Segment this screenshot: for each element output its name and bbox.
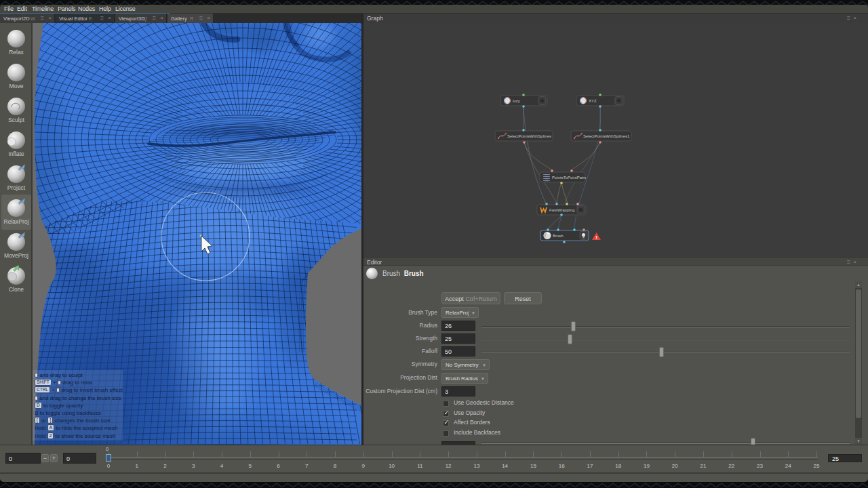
svg-text:SelectPointsWithSplines1: SelectPointsWithSplines1 <box>583 134 630 138</box>
svg-text:lucy: lucy <box>513 99 520 103</box>
svg-text:!: ! <box>595 235 597 241</box>
svg-text:Brush: Brush <box>553 234 564 238</box>
svg-text:PointsToPointPairs: PointsToPointPairs <box>552 176 586 180</box>
svg-text:FastWrapping: FastWrapping <box>549 208 574 212</box>
svg-text:SelectPointsWithSplines: SelectPointsWithSplines <box>507 134 551 138</box>
svg-text:XYZ: XYZ <box>589 99 597 103</box>
